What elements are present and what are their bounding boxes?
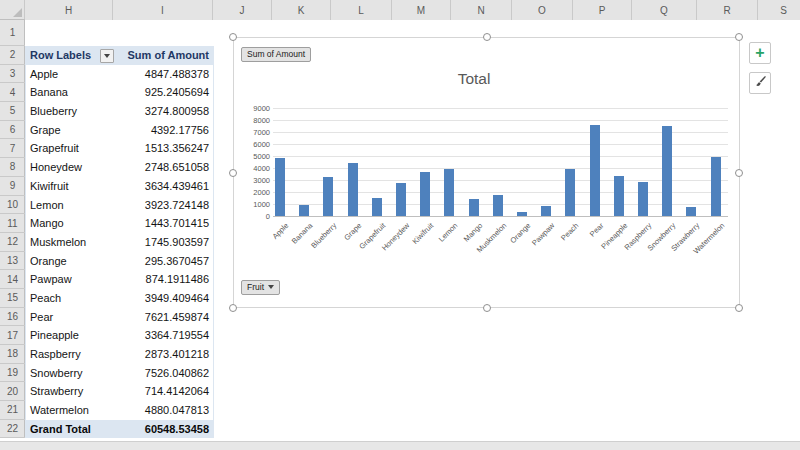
bar-apple[interactable] bbox=[275, 158, 285, 216]
selection-handle[interactable] bbox=[735, 304, 743, 312]
bar-banana[interactable] bbox=[299, 205, 309, 216]
row-header-16[interactable]: 16 bbox=[0, 308, 25, 327]
grand-total-label: Grand Total bbox=[26, 420, 114, 439]
pivot-row-pineapple[interactable]: Pineapple3364.719554 bbox=[26, 326, 213, 345]
pivot-row-value: 874.1911486 bbox=[114, 270, 213, 289]
row-header-8[interactable]: 8 bbox=[0, 158, 25, 177]
row-header-2[interactable]: 2 bbox=[0, 46, 25, 65]
pivot-row-watermelon[interactable]: Watermelon4880.047813 bbox=[26, 401, 213, 420]
bar-peach[interactable] bbox=[565, 169, 575, 216]
row-header-6[interactable]: 6 bbox=[0, 121, 25, 140]
pivot-row-honeydew[interactable]: Honeydew2748.651058 bbox=[26, 158, 213, 177]
column-header-m[interactable]: M bbox=[392, 0, 451, 20]
column-header-i[interactable]: I bbox=[113, 0, 213, 20]
pivot-row-value: 3634.439461 bbox=[114, 177, 213, 196]
row-labels-filter-button[interactable] bbox=[100, 49, 114, 63]
pivot-row-label: Peach bbox=[26, 289, 114, 308]
column-header-q[interactable]: Q bbox=[632, 0, 697, 20]
excel-worksheet: HIJKLMNOPQRS 123456789101112131415161718… bbox=[0, 0, 800, 450]
pivot-row-pawpaw[interactable]: Pawpaw874.1911486 bbox=[26, 270, 213, 289]
bar-grapefruit[interactable] bbox=[372, 198, 382, 216]
grand-total-row[interactable]: Grand Total 60548.53458 bbox=[26, 420, 213, 439]
pivot-row-grapefruit[interactable]: Grapefruit1513.356247 bbox=[26, 139, 213, 158]
bar-pineapple[interactable] bbox=[614, 176, 624, 216]
value-header-cell[interactable]: Sum of Amount bbox=[114, 46, 213, 65]
row-header-21[interactable]: 21 bbox=[0, 401, 25, 420]
pivot-row-orange[interactable]: Orange295.3670457 bbox=[26, 252, 213, 271]
pivot-chart[interactable]: Sum of Amount Total 01000200030004000500… bbox=[233, 37, 740, 308]
row-header-19[interactable]: 19 bbox=[0, 364, 25, 383]
pivot-row-label: Honeydew bbox=[26, 158, 114, 177]
bar-raspberry[interactable] bbox=[638, 182, 648, 216]
pivot-row-muskmelon[interactable]: Muskmelon1745.903597 bbox=[26, 233, 213, 252]
column-header-l[interactable]: L bbox=[331, 0, 392, 20]
bar-grape[interactable] bbox=[348, 163, 358, 216]
selection-handle[interactable] bbox=[483, 304, 491, 312]
pivot-row-grape[interactable]: Grape4392.17756 bbox=[26, 121, 213, 140]
bar-mango[interactable] bbox=[469, 199, 479, 216]
chart-elements-button[interactable]: + bbox=[749, 42, 771, 64]
row-header-15[interactable]: 15 bbox=[0, 289, 25, 308]
selection-handle[interactable] bbox=[735, 33, 743, 41]
pivot-row-mango[interactable]: Mango1443.701415 bbox=[26, 214, 213, 233]
bar-snowberry[interactable] bbox=[662, 126, 672, 216]
pivot-row-raspberry[interactable]: Raspberry2873.401218 bbox=[26, 345, 213, 364]
select-all-corner[interactable] bbox=[0, 0, 25, 19]
row-header-10[interactable]: 10 bbox=[0, 196, 25, 215]
pivot-row-label: Watermelon bbox=[26, 401, 114, 420]
bar-honeydew[interactable] bbox=[396, 183, 406, 216]
column-header-h[interactable]: H bbox=[25, 0, 113, 20]
row-header-22[interactable]: 22 bbox=[0, 420, 25, 439]
row-header-5[interactable]: 5 bbox=[0, 102, 25, 121]
chart-styles-button[interactable] bbox=[749, 72, 771, 94]
selection-handle[interactable] bbox=[229, 33, 237, 41]
pivot-row-apple[interactable]: Apple4847.488378 bbox=[26, 65, 213, 84]
bar-lemon[interactable] bbox=[444, 169, 454, 216]
bar-strawberry[interactable] bbox=[686, 207, 696, 216]
bar-muskmelon[interactable] bbox=[493, 195, 503, 216]
bar-blueberry[interactable] bbox=[323, 177, 333, 216]
row-header-18[interactable]: 18 bbox=[0, 345, 25, 364]
row-header-17[interactable]: 17 bbox=[0, 326, 25, 345]
row-header-20[interactable]: 20 bbox=[0, 382, 25, 401]
selection-handle[interactable] bbox=[735, 169, 743, 177]
bar-pawpaw[interactable] bbox=[541, 206, 551, 216]
pivot-row-banana[interactable]: Banana925.2405694 bbox=[26, 83, 213, 102]
row-header-3[interactable]: 3 bbox=[0, 65, 25, 84]
column-header-s[interactable]: S bbox=[758, 0, 800, 20]
pivot-row-pear[interactable]: Pear7621.459874 bbox=[26, 308, 213, 327]
pivot-row-blueberry[interactable]: Blueberry3274.800958 bbox=[26, 102, 213, 121]
row-header-13[interactable]: 13 bbox=[0, 252, 25, 271]
axis-field-button[interactable]: Fruit bbox=[241, 280, 280, 295]
pivot-row-lemon[interactable]: Lemon3923.724148 bbox=[26, 196, 213, 215]
row-header-4[interactable]: 4 bbox=[0, 83, 25, 102]
pivot-row-value: 295.3670457 bbox=[114, 252, 213, 271]
column-header-o[interactable]: O bbox=[512, 0, 573, 20]
pivot-row-strawberry[interactable]: Strawberry714.4142064 bbox=[26, 382, 213, 401]
pivot-row-label: Apple bbox=[26, 65, 114, 84]
row-header-7[interactable]: 7 bbox=[0, 139, 25, 158]
column-header-p[interactable]: P bbox=[573, 0, 632, 20]
bar-kiwifruit[interactable] bbox=[420, 172, 430, 216]
selection-handle[interactable] bbox=[229, 304, 237, 312]
row-header-12[interactable]: 12 bbox=[0, 233, 25, 252]
row-header-14[interactable]: 14 bbox=[0, 270, 25, 289]
bar-watermelon[interactable] bbox=[711, 157, 721, 216]
selection-handle[interactable] bbox=[229, 169, 237, 177]
bar-orange[interactable] bbox=[517, 212, 527, 216]
column-header-k[interactable]: K bbox=[272, 0, 331, 20]
y-axis-tick-label: 4000 bbox=[240, 164, 270, 173]
pivot-row-snowberry[interactable]: Snowberry7526.040862 bbox=[26, 364, 213, 383]
column-header-j[interactable]: J bbox=[213, 0, 272, 20]
column-header-r[interactable]: R bbox=[697, 0, 758, 20]
pivot-row-peach[interactable]: Peach3949.409464 bbox=[26, 289, 213, 308]
pivot-row-value: 1513.356247 bbox=[114, 139, 213, 158]
bar-pear[interactable] bbox=[590, 125, 600, 216]
pivot-row-kiwifruit[interactable]: Kiwifruit3634.439461 bbox=[26, 177, 213, 196]
row-header-9[interactable]: 9 bbox=[0, 177, 25, 196]
pivot-row-label: Snowberry bbox=[26, 364, 114, 383]
row-header-11[interactable]: 11 bbox=[0, 214, 25, 233]
selection-handle[interactable] bbox=[483, 33, 491, 41]
row-header-1[interactable]: 1 bbox=[0, 20, 25, 46]
column-header-n[interactable]: N bbox=[451, 0, 512, 20]
